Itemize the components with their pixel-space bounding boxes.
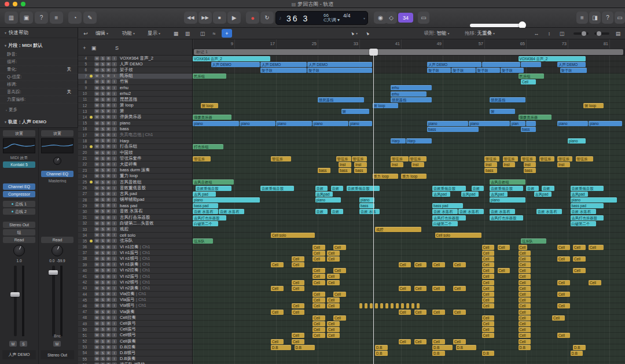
- solo-button[interactable]: S: [100, 103, 105, 108]
- region[interactable]: 琵琶遥指: [391, 97, 432, 102]
- track-lane[interactable]: 古风音效组古风音效组: [193, 179, 625, 185]
- input-monitor-button[interactable]: I: [112, 209, 117, 214]
- region[interactable]: Cell: [573, 256, 586, 262]
- input-monitor-button[interactable]: I: [112, 79, 117, 84]
- region[interactable]: 架子鼓: [427, 68, 451, 73]
- region[interactable]: Cell: [519, 292, 531, 297]
- track-header-row[interactable]: 48MSRICell拉奏: [78, 315, 192, 321]
- region[interactable]: [385, 303, 388, 308]
- channel-setting-button[interactable]: 设置: [3, 130, 35, 137]
- region[interactable]: Cell solo: [435, 233, 481, 238]
- pan-knob[interactable]: [13, 245, 25, 256]
- solo-button[interactable]: S: [100, 115, 105, 119]
- region[interactable]: 音效 水落石: [536, 209, 562, 214]
- master-volume-slider[interactable]: [470, 24, 523, 27]
- region[interactable]: 音效: [526, 186, 539, 191]
- record-enable-button[interactable]: R: [106, 315, 111, 320]
- solo-button[interactable]: S: [100, 262, 105, 267]
- region[interactable]: piano: [557, 121, 588, 126]
- global-solo-button[interactable]: S: [113, 44, 121, 52]
- region[interactable]: Cell: [327, 256, 340, 262]
- track-header-row[interactable]: 42MSRIVI n2顿弓 | Ch1: [78, 280, 192, 285]
- region[interactable]: Cell: [519, 339, 531, 344]
- region[interactable]: 古风打击乐器股: [193, 215, 226, 220]
- more-disclosure[interactable]: ›更多: [0, 106, 78, 114]
- record-enable-button[interactable]: R: [106, 197, 111, 202]
- input-monitor-button[interactable]: I: [112, 56, 117, 61]
- input-monitor-button[interactable]: I: [112, 138, 117, 143]
- record-enable-button[interactable]: R: [106, 86, 111, 90]
- record-button[interactable]: ●: [246, 12, 259, 24]
- region[interactable]: Cell: [589, 245, 604, 250]
- track-lane[interactable]: pianopianopianopianopianopianopianopianp…: [193, 120, 625, 126]
- region[interactable]: 古风 pad: [193, 192, 216, 197]
- region[interactable]: Cell: [482, 303, 495, 308]
- input-monitor-button[interactable]: I: [112, 221, 117, 226]
- region[interactable]: Cell: [414, 310, 427, 315]
- solo-button[interactable]: S: [100, 180, 105, 185]
- region[interactable]: D.B: [482, 351, 495, 356]
- mute-button[interactable]: M: [94, 168, 100, 172]
- region[interactable]: Cell: [573, 268, 586, 273]
- region[interactable]: D.B: [295, 345, 315, 350]
- track-header-row[interactable]: 31MSRI古风打击乐器股: [78, 215, 192, 220]
- region[interactable]: Cell: [327, 303, 340, 308]
- auto-track-zoom-icon[interactable]: ◫: [557, 29, 567, 38]
- region[interactable]: [380, 303, 383, 308]
- region[interactable]: 管弦乐: [409, 156, 427, 161]
- input-monitor-button[interactable]: I: [112, 68, 117, 72]
- bounce-label[interactable]: Bnc: [41, 334, 74, 338]
- region[interactable]: bass: [427, 127, 479, 132]
- horizontal-zoom-slider[interactable]: [573, 32, 589, 35]
- input-monitor-button[interactable]: I: [112, 262, 117, 267]
- track-header-row[interactable]: 12MSRI箫 loop: [78, 103, 192, 109]
- track-header-row[interactable]: 14MSRI弹拨类乐器: [78, 115, 192, 120]
- region[interactable]: Inst: [391, 162, 403, 167]
- record-enable-button[interactable]: R: [106, 262, 111, 267]
- track-header-row[interactable]: 47MSRIVla拨奏: [78, 309, 192, 315]
- record-enable-button[interactable]: R: [106, 79, 111, 84]
- mute-button[interactable]: M: [94, 286, 100, 291]
- region[interactable]: 架子鼓: [560, 68, 587, 73]
- channel-name[interactable]: Stereo Out: [41, 350, 74, 359]
- region[interactable]: Inst: [557, 162, 570, 167]
- region[interactable]: Cell: [312, 268, 325, 273]
- track-header-row[interactable]: 52MSRICell拨奏: [78, 339, 192, 344]
- record-enable-button[interactable]: R: [106, 186, 111, 190]
- track-lane[interactable]: erhu: [193, 91, 625, 97]
- count-in-button[interactable]: ◇: [385, 12, 397, 24]
- region[interactable]: 音效 水落石: [571, 209, 596, 214]
- add-track-button[interactable]: +: [80, 44, 89, 52]
- duplicate-track-button[interactable]: ▣: [90, 44, 98, 52]
- key-signature-readout[interactable]: C大调 ▾: [323, 17, 340, 23]
- region[interactable]: [521, 62, 541, 67]
- track-lane[interactable]: 打击乐组: [193, 144, 625, 150]
- track-header-row[interactable]: 28MSRI钢琴辅助pad: [78, 197, 192, 203]
- record-enable-button[interactable]: R: [106, 221, 111, 226]
- track-lane[interactable]: D.BD.BD.BD.B: [193, 350, 625, 356]
- record-enable-button[interactable]: R: [106, 174, 111, 178]
- region[interactable]: 打击乐组: [193, 144, 223, 149]
- input-monitor-button[interactable]: I: [112, 351, 117, 355]
- track-header-row[interactable]: 44MSRIVla拉奏 | Ch1: [78, 292, 192, 297]
- region[interactable]: 弹拨类乐器: [519, 115, 552, 120]
- track-header-row[interactable]: 40MSRIVI n2拉奏 | Ch1: [78, 268, 192, 274]
- region[interactable]: Cell: [432, 310, 445, 315]
- track-header-row[interactable]: 49MSRICell拨弓: [78, 321, 192, 326]
- region[interactable]: [526, 121, 536, 126]
- gain-knob[interactable]: [53, 157, 61, 165]
- track-header-row[interactable]: 33MSRI戏腔: [78, 226, 192, 232]
- inspector-toggle-button[interactable]: ▣: [20, 12, 33, 24]
- record-enable-button[interactable]: R: [106, 144, 111, 149]
- vertical-zoom-icon[interactable]: ↕: [544, 29, 554, 38]
- record-enable-button[interactable]: R: [106, 127, 111, 131]
- region[interactable]: Cell: [557, 256, 570, 262]
- region[interactable]: 音效 水落: [359, 209, 380, 214]
- list-view-icon[interactable]: ▥: [182, 29, 193, 38]
- input-monitor-button[interactable]: I: [112, 321, 117, 326]
- track-lane[interactable]: 架子鼓架子鼓架子鼓架子鼓架子鼓架子鼓架子鼓: [193, 67, 625, 73]
- region[interactable]: Cell: [482, 251, 495, 256]
- track-header-row[interactable]: 37MSRIVI n1振弓 | Ch1: [78, 250, 192, 256]
- region[interactable]: Cell: [519, 310, 531, 315]
- region[interactable]: [370, 303, 373, 308]
